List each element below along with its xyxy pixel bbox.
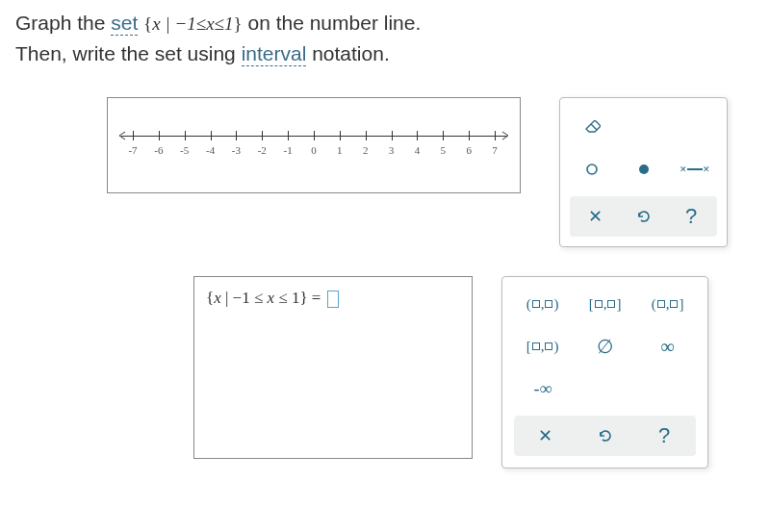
tick-label: -1 [284,144,293,156]
tick[interactable] [185,131,186,140]
tick[interactable] [314,131,315,140]
interval-reset-button[interactable] [579,421,631,450]
tick[interactable] [236,131,237,140]
arrow-left-icon [117,131,127,140]
tick-label: -5 [180,144,189,156]
interval-tool-panel: (,) [,] (,] [,) ∅ ∞ -∞ ✕ ? [501,276,708,469]
tick-label: 6 [466,144,472,156]
answer-expression: {x | −1 ≤ x ≤ 1} = [206,289,339,307]
tick-label: 4 [415,144,421,156]
tick-label: 1 [337,144,343,156]
tick-label: -4 [206,144,215,156]
segment-button[interactable]: ✕✕ [673,152,717,187]
interval-help-button[interactable]: ? [638,421,690,450]
tick[interactable] [159,131,160,140]
tick[interactable] [417,131,418,140]
empty-set-button[interactable]: ∅ [577,331,633,362]
open-point-button[interactable] [570,152,614,187]
link-interval[interactable]: interval [242,42,307,66]
tick-label: 5 [441,144,447,156]
text: Graph the [15,12,111,34]
closed-closed-interval-button[interactable]: [,] [577,289,633,319]
numberline-canvas[interactable]: -7-6-5-4-3-2-101234567 [107,97,521,193]
link-set[interactable]: set [111,12,138,36]
tick-label: 0 [311,144,317,156]
tick-label: -7 [128,144,137,156]
interval-clear-button[interactable]: ✕ [520,421,572,450]
answer-input-cursor[interactable] [327,291,339,308]
svg-point-2 [639,165,649,174]
tick[interactable] [469,131,470,140]
svg-line-0 [591,124,597,130]
reset-icon [597,427,614,444]
eraser-icon [582,116,603,134]
tick-label: 2 [363,144,369,156]
closed-open-interval-button[interactable]: [,) [514,331,571,362]
closed-circle-icon [637,163,651,176]
text: Then, write the set using [15,42,242,64]
tick-label: -3 [232,144,241,156]
set-expression: {x | −1≤x≤1} [143,13,243,34]
neg-infinity-button[interactable]: -∞ [514,373,572,404]
question-text: Graph the set {x | −1≤x≤1} on the number… [15,8,755,68]
tick[interactable] [392,131,393,140]
closed-point-button[interactable] [622,152,666,187]
open-closed-interval-button[interactable]: (,] [639,289,696,319]
tick[interactable] [211,131,212,140]
arrow-right-icon [500,131,510,140]
tick[interactable] [288,131,289,140]
clear-button[interactable]: ✕ [576,202,616,231]
tick[interactable] [262,131,263,140]
svg-point-1 [587,165,597,174]
tick[interactable] [495,131,496,140]
tick-label: 7 [492,144,498,156]
text: on the number line. [243,12,422,34]
infinity-button[interactable]: ∞ [639,331,696,362]
tick[interactable] [443,131,444,140]
reset-icon [635,208,653,225]
open-circle-icon [585,163,599,176]
segment-icon: ✕✕ [680,165,710,173]
help-button[interactable]: ? [671,202,711,231]
open-open-interval-button[interactable]: (,) [514,289,571,319]
eraser-button[interactable] [570,108,616,142]
tick-label: -2 [258,144,267,156]
tick[interactable] [340,131,341,140]
tick[interactable] [366,131,367,140]
tick-label: 3 [389,144,395,156]
graph-tool-panel: ✕✕ ✕ ? [559,97,728,247]
answer-box[interactable]: {x | −1 ≤ x ≤ 1} = [193,276,473,459]
tick[interactable] [133,131,134,140]
text: notation. [306,42,389,64]
reset-button[interactable] [624,202,664,231]
numberline[interactable]: -7-6-5-4-3-2-101234567 [121,121,506,169]
tick-label: -6 [154,144,163,156]
